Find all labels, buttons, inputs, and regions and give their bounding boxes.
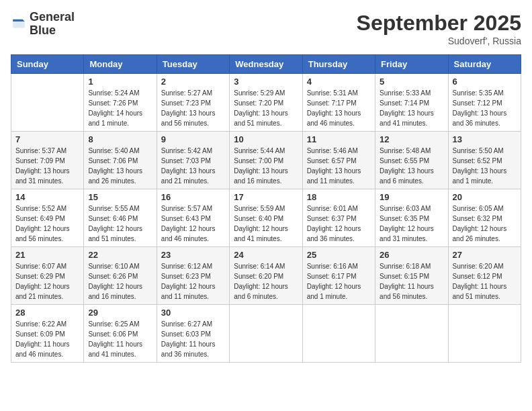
calendar-cell: 16Sunrise: 5:57 AMSunset: 6:43 PMDayligh… — [157, 189, 229, 247]
weekday-header-saturday: Saturday — [448, 55, 521, 74]
calendar-cell: 7Sunrise: 5:37 AMSunset: 7:09 PMDaylight… — [11, 132, 84, 189]
day-info: Sunrise: 5:27 AMSunset: 7:23 PMDaylight:… — [161, 88, 225, 128]
calendar-cell: 19Sunrise: 6:03 AMSunset: 6:35 PMDayligh… — [375, 189, 448, 247]
day-info: Sunrise: 6:03 AMSunset: 6:35 PMDaylight:… — [380, 203, 443, 244]
day-number: 5 — [380, 77, 443, 87]
day-number: 28 — [15, 308, 79, 318]
day-number: 8 — [88, 134, 152, 144]
calendar-cell: 11Sunrise: 5:46 AMSunset: 6:57 PMDayligh… — [302, 132, 375, 189]
day-number: 13 — [453, 134, 517, 144]
day-info: Sunrise: 5:31 AMSunset: 7:17 PMDaylight:… — [307, 88, 371, 128]
weekday-header-friday: Friday — [375, 55, 448, 74]
svg-marker-0 — [13, 21, 25, 28]
calendar-cell: 8Sunrise: 5:40 AMSunset: 7:06 PMDaylight… — [84, 132, 157, 189]
day-info: Sunrise: 5:24 AMSunset: 7:26 PMDaylight:… — [88, 88, 152, 128]
day-number: 14 — [15, 192, 79, 202]
week-row-2: 7Sunrise: 5:37 AMSunset: 7:09 PMDaylight… — [11, 132, 521, 189]
week-row-5: 28Sunrise: 6:22 AMSunset: 6:09 PMDayligh… — [11, 305, 521, 363]
day-info: Sunrise: 6:25 AMSunset: 6:06 PMDaylight:… — [88, 319, 152, 359]
calendar-cell — [448, 305, 521, 363]
day-info: Sunrise: 5:52 AMSunset: 6:49 PMDaylight:… — [15, 203, 79, 244]
calendar-cell — [230, 305, 302, 363]
week-row-1: 1Sunrise: 5:24 AMSunset: 7:26 PMDaylight… — [11, 74, 521, 132]
weekday-header-thursday: Thursday — [302, 55, 375, 74]
day-number: 12 — [380, 134, 443, 144]
page-header: General Blue September 2025 Sudoverf', R… — [11, 11, 521, 46]
day-info: Sunrise: 5:29 AMSunset: 7:20 PMDaylight:… — [234, 88, 298, 128]
day-info: Sunrise: 6:12 AMSunset: 6:23 PMDaylight:… — [161, 261, 225, 302]
calendar-cell: 27Sunrise: 6:20 AMSunset: 6:12 PMDayligh… — [448, 247, 521, 305]
calendar-cell: 5Sunrise: 5:33 AMSunset: 7:14 PMDaylight… — [375, 74, 448, 132]
logo: General Blue — [11, 11, 75, 38]
day-info: Sunrise: 6:14 AMSunset: 6:20 PMDaylight:… — [234, 261, 298, 302]
day-number: 25 — [307, 250, 371, 260]
calendar-cell: 28Sunrise: 6:22 AMSunset: 6:09 PMDayligh… — [11, 305, 84, 363]
calendar-cell: 14Sunrise: 5:52 AMSunset: 6:49 PMDayligh… — [11, 189, 84, 247]
day-number: 1 — [88, 77, 152, 87]
calendar-cell: 2Sunrise: 5:27 AMSunset: 7:23 PMDaylight… — [157, 74, 229, 132]
weekday-header-monday: Monday — [84, 55, 157, 74]
day-info: Sunrise: 5:44 AMSunset: 7:00 PMDaylight:… — [234, 146, 298, 186]
calendar-cell: 18Sunrise: 6:01 AMSunset: 6:37 PMDayligh… — [302, 189, 375, 247]
calendar-table: SundayMondayTuesdayWednesdayThursdayFrid… — [11, 54, 521, 363]
calendar-cell: 25Sunrise: 6:16 AMSunset: 6:17 PMDayligh… — [302, 247, 375, 305]
day-number: 26 — [380, 250, 443, 260]
calendar-cell: 30Sunrise: 6:27 AMSunset: 6:03 PMDayligh… — [157, 305, 229, 363]
calendar-cell — [375, 305, 448, 363]
day-number: 22 — [88, 250, 152, 260]
day-info: Sunrise: 6:01 AMSunset: 6:37 PMDaylight:… — [307, 203, 371, 244]
day-info: Sunrise: 5:50 AMSunset: 6:52 PMDaylight:… — [453, 146, 517, 186]
day-number: 30 — [161, 308, 225, 318]
day-number: 16 — [161, 192, 225, 202]
day-number: 17 — [234, 192, 298, 202]
calendar-cell: 13Sunrise: 5:50 AMSunset: 6:52 PMDayligh… — [448, 132, 521, 189]
calendar-cell — [302, 305, 375, 363]
month-title: September 2025 — [357, 11, 521, 36]
day-number: 27 — [453, 250, 517, 260]
day-info: Sunrise: 6:18 AMSunset: 6:15 PMDaylight:… — [380, 261, 443, 302]
day-info: Sunrise: 5:46 AMSunset: 6:57 PMDaylight:… — [307, 146, 371, 186]
day-info: Sunrise: 5:33 AMSunset: 7:14 PMDaylight:… — [380, 88, 443, 128]
day-number: 9 — [161, 134, 225, 144]
calendar-cell — [11, 74, 84, 132]
calendar-cell: 21Sunrise: 6:07 AMSunset: 6:29 PMDayligh… — [11, 247, 84, 305]
day-info: Sunrise: 6:07 AMSunset: 6:29 PMDaylight:… — [15, 261, 79, 302]
day-number: 2 — [161, 77, 225, 87]
calendar-cell: 23Sunrise: 6:12 AMSunset: 6:23 PMDayligh… — [157, 247, 229, 305]
calendar-cell: 4Sunrise: 5:31 AMSunset: 7:17 PMDaylight… — [302, 74, 375, 132]
day-number: 23 — [161, 250, 225, 260]
calendar-cell: 17Sunrise: 5:59 AMSunset: 6:40 PMDayligh… — [230, 189, 302, 247]
calendar-cell: 10Sunrise: 5:44 AMSunset: 7:00 PMDayligh… — [230, 132, 302, 189]
day-number: 20 — [453, 192, 517, 202]
day-number: 7 — [15, 134, 79, 144]
day-number: 21 — [15, 250, 79, 260]
day-info: Sunrise: 5:48 AMSunset: 6:55 PMDaylight:… — [380, 146, 443, 186]
day-info: Sunrise: 6:10 AMSunset: 6:26 PMDaylight:… — [88, 261, 152, 302]
logo-text: General Blue — [30, 11, 75, 38]
day-info: Sunrise: 5:37 AMSunset: 7:09 PMDaylight:… — [15, 146, 79, 186]
day-info: Sunrise: 5:42 AMSunset: 7:03 PMDaylight:… — [161, 146, 225, 186]
day-number: 19 — [380, 192, 443, 202]
weekday-header-row: SundayMondayTuesdayWednesdayThursdayFrid… — [11, 55, 521, 74]
day-number: 24 — [234, 250, 298, 260]
calendar-cell: 3Sunrise: 5:29 AMSunset: 7:20 PMDaylight… — [230, 74, 302, 132]
day-number: 11 — [307, 134, 371, 144]
weekday-header-sunday: Sunday — [11, 55, 84, 74]
day-number: 18 — [307, 192, 371, 202]
title-block: September 2025 Sudoverf', Russia — [357, 11, 521, 46]
weekday-header-tuesday: Tuesday — [157, 55, 229, 74]
week-row-4: 21Sunrise: 6:07 AMSunset: 6:29 PMDayligh… — [11, 247, 521, 305]
day-number: 15 — [88, 192, 152, 202]
day-number: 4 — [307, 77, 371, 87]
location: Sudoverf', Russia — [357, 36, 521, 46]
calendar-cell: 29Sunrise: 6:25 AMSunset: 6:06 PMDayligh… — [84, 305, 157, 363]
day-number: 3 — [234, 77, 298, 87]
calendar-cell: 6Sunrise: 5:35 AMSunset: 7:12 PMDaylight… — [448, 74, 521, 132]
svg-marker-1 — [13, 19, 25, 21]
calendar-cell: 22Sunrise: 6:10 AMSunset: 6:26 PMDayligh… — [84, 247, 157, 305]
day-number: 6 — [453, 77, 517, 87]
calendar-cell: 9Sunrise: 5:42 AMSunset: 7:03 PMDaylight… — [157, 132, 229, 189]
calendar-cell: 24Sunrise: 6:14 AMSunset: 6:20 PMDayligh… — [230, 247, 302, 305]
week-row-3: 14Sunrise: 5:52 AMSunset: 6:49 PMDayligh… — [11, 189, 521, 247]
weekday-header-wednesday: Wednesday — [230, 55, 302, 74]
